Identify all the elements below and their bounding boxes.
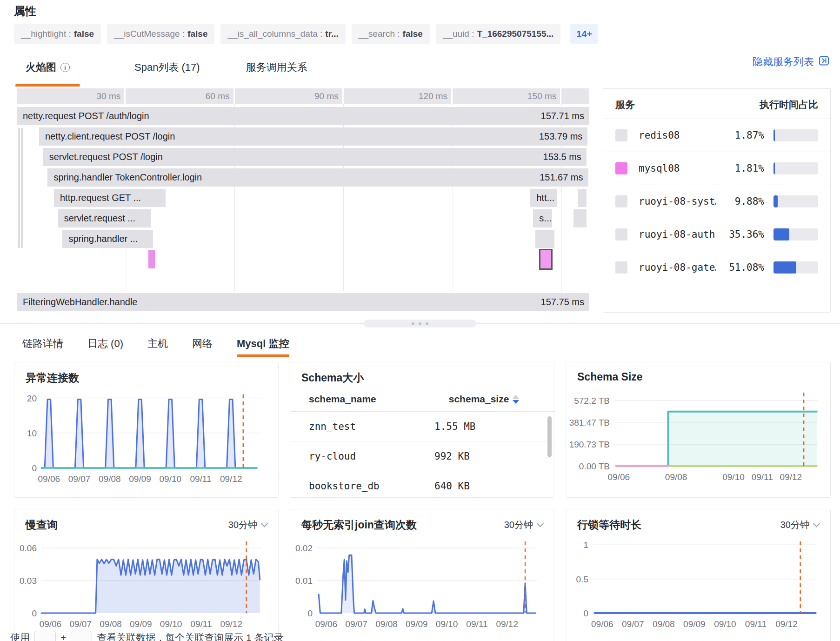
svg-text:09/09: 09/09 [129, 474, 151, 484]
flame-span[interactable]: servlet.request POST /login153.5 ms [43, 148, 587, 166]
svg-text:10: 10 [27, 428, 37, 438]
service-exec-ratio: 1.87% [716, 130, 764, 141]
schema-size-column-header[interactable]: schema_size [449, 394, 520, 405]
svg-text:09/12: 09/12 [775, 619, 798, 629]
service-name: mysql08 [639, 163, 716, 174]
tab-network[interactable]: 网络 [184, 330, 221, 357]
span-label: netty.client.request POST /login [39, 131, 175, 142]
card-row-lock: 行锁等待时长 30分钟 00.5109/0609/0709/0809/0909/… [566, 509, 831, 641]
services-header-ratio: 执行时间占比 [760, 98, 818, 111]
flame-span[interactable] [539, 249, 553, 270]
svg-text:572.2 TB: 572.2 TB [574, 396, 610, 406]
service-row[interactable]: ruoyi-08-auth35.36% [603, 218, 830, 251]
flame-span[interactable] [535, 230, 554, 248]
chip-value: tr... [325, 29, 339, 39]
service-ratio-bar [773, 228, 818, 240]
span-duration: 157.71 ms [541, 111, 584, 121]
chip-value: false [403, 29, 423, 39]
flame-span-root[interactable]: FilteringWebHandler.handle157.75 ms [17, 293, 589, 311]
span-label: netty.request POST /auth/login [17, 111, 149, 121]
svg-text:09/11: 09/11 [190, 619, 212, 629]
axis-tick-label: 120 ms [344, 88, 451, 104]
axis-tick-label: 150 ms [453, 88, 560, 104]
flame-span[interactable]: netty.client.request POST /login153.79 m… [39, 127, 587, 146]
svg-text:09/07: 09/07 [68, 474, 91, 484]
attributes-title: 属性 [14, 4, 36, 19]
table-row[interactable]: ry-cloud992 KB [290, 441, 554, 471]
slow-range-dropdown[interactable]: 30分钟 [228, 519, 267, 531]
attribute-chip[interactable]: __isCutMessage :false [107, 24, 214, 44]
rowlock-range-dropdown[interactable]: 30分钟 [780, 519, 819, 531]
schema-size-chart[interactable]: 0.00 TB190.73 TB381.47 TB572.2 TB09/0609… [566, 386, 830, 489]
span-label: http.request GET ... [54, 193, 141, 203]
span-label: spring.handler TokenController.login [47, 172, 202, 183]
schema-name-column-header[interactable]: schema_name [309, 394, 376, 405]
slow-query-chart[interactable]: 00.030.0609/0609/0709/0809/0909/1009/110… [14, 535, 278, 636]
svg-text:09/08: 09/08 [99, 474, 121, 484]
keycap-icon [71, 631, 92, 641]
hide-service-list-link[interactable]: 隐藏服务列表 [753, 55, 829, 69]
flame-span[interactable] [573, 209, 587, 227]
flame-time-axis: 30 ms60 ms90 ms120 ms150 ms [17, 88, 589, 104]
service-row[interactable]: redis081.87% [603, 119, 830, 152]
tab-flame-graph[interactable]: 火焰图i [15, 48, 80, 87]
svg-text:0: 0 [32, 463, 37, 473]
services-header-name: 服务 [615, 98, 635, 111]
flame-span[interactable]: spring.handler TokenController.login151.… [47, 168, 588, 187]
table-row[interactable]: znn_test1.55 MB [290, 412, 554, 441]
flame-span[interactable]: spring.handler ... [62, 230, 153, 248]
service-ratio-bar [773, 129, 818, 141]
span-label: servlet.request ... [58, 213, 135, 224]
tab-mysql-monitor[interactable]: Mysql 监控 [228, 330, 297, 357]
axis-tick-label: 60 ms [126, 88, 233, 104]
card-abnormal-connections: 异常连接数 0102009/0609/0709/0809/0909/1009/1… [14, 362, 279, 498]
hint-prefix: 使用 [10, 631, 30, 641]
flame-span[interactable] [578, 189, 586, 207]
flame-span[interactable]: servlet.request ... [58, 209, 152, 227]
service-color-swatch [615, 162, 627, 174]
service-ratio-bar [773, 195, 818, 207]
attribute-chip[interactable]: __search :false [352, 24, 430, 44]
more-attributes-badge[interactable]: 14+ [570, 24, 598, 44]
attribute-chip[interactable]: __hightlight :false [14, 24, 101, 44]
flame-span[interactable]: netty.request POST /auth/login157.71 ms [17, 107, 589, 125]
service-row[interactable]: ruoyi-08-gate…51.08% [603, 251, 830, 284]
card-title-rowlock: 行锁等待时长 [577, 518, 641, 532]
row-lock-chart[interactable]: 00.5109/0609/0709/0809/0909/1009/1109/12 [566, 535, 830, 636]
trace-view-tabs: 火焰图iSpan列表 (17)服务调用关系 [0, 48, 591, 87]
svg-text:09/06: 09/06 [607, 472, 630, 482]
svg-text:0.00 TB: 0.00 TB [579, 461, 610, 471]
table-row[interactable]: bookstore_db640 KB [290, 471, 554, 498]
flame-span[interactable]: s... [533, 209, 552, 227]
join-range-dropdown[interactable]: 30分钟 [504, 519, 543, 531]
flame-span[interactable]: htt... [530, 189, 557, 207]
service-ratio-bar-fill [773, 195, 778, 207]
tab-logs[interactable]: 日志 (0) [79, 330, 132, 357]
table-scrollbar[interactable] [547, 416, 552, 457]
tab-service-call-graph[interactable]: 服务调用关系 [236, 48, 318, 87]
service-row[interactable]: ruoyi-08-syst…9.88% [603, 185, 830, 218]
svg-text:0: 0 [32, 608, 37, 618]
schema-table-rows: znn_test1.55 MBry-cloud992 KBbookstore_d… [290, 412, 554, 498]
schema-size-cell: 992 KB [434, 451, 470, 462]
svg-text:09/09: 09/09 [406, 619, 428, 629]
service-exec-ratio: 35.36% [716, 229, 764, 240]
flame-span[interactable] [148, 250, 155, 268]
span-label: spring.handler ... [62, 234, 138, 244]
tab-trace-detail[interactable]: 链路详情 [14, 330, 72, 357]
panel-drag-handle[interactable] [364, 320, 476, 327]
service-color-swatch [615, 129, 627, 141]
attribute-chip[interactable]: __uuid :T_166295075155... [436, 24, 560, 44]
abnormal-connections-chart[interactable]: 0102009/0609/0709/0809/0909/1009/1109/12 [14, 388, 278, 491]
collapsed-span-sliver[interactable] [18, 128, 20, 248]
tab-span-list[interactable]: Span列表 (17) [124, 48, 210, 87]
flame-span[interactable]: http.request GET ... [54, 189, 166, 207]
collapsed-span-sliver[interactable] [21, 128, 23, 248]
attribute-chip[interactable]: __is_all_columns_data :tr... [220, 24, 345, 44]
chip-value: false [187, 29, 207, 39]
sort-icon[interactable] [513, 395, 519, 404]
join-query-chart[interactable]: 00.010.0209/0609/0709/0809/0909/1009/110… [290, 535, 554, 636]
span-label: servlet.request POST /login [43, 152, 163, 162]
tab-host[interactable]: 主机 [139, 330, 176, 357]
service-row[interactable]: mysql081.81% [603, 152, 830, 185]
